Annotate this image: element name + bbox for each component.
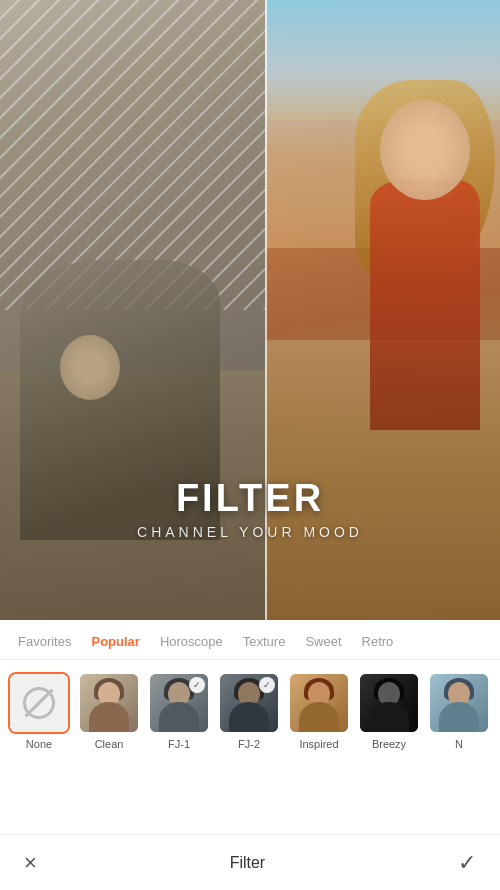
filter-item-none[interactable]: None xyxy=(8,672,70,750)
tab-horoscope[interactable]: Horoscope xyxy=(150,630,233,653)
filter-label-none: None xyxy=(26,738,52,750)
filter-label-next: N xyxy=(455,738,463,750)
filter-item-clean[interactable]: Clean xyxy=(78,672,140,750)
filter-label-clean: Clean xyxy=(95,738,124,750)
filter-item-fj1[interactable]: ✓ FJ-1 xyxy=(148,672,210,750)
check-badge-fj2: ✓ xyxy=(259,677,275,693)
filter-thumb-fj1[interactable]: ✓ xyxy=(148,672,210,734)
filter-row: None Clean ✓ xyxy=(0,660,500,834)
cancel-button[interactable]: × xyxy=(24,850,37,876)
filter-label-fj2: FJ-2 xyxy=(238,738,260,750)
filter-item-breezy[interactable]: Breezy xyxy=(358,672,420,750)
filter-item-inspired[interactable]: Inspired xyxy=(288,672,350,750)
filter-text-overlay: FILTER CHANNEL YOUR MOOD xyxy=(0,478,500,540)
filter-item-next[interactable]: N xyxy=(428,672,490,750)
filter-thumb-next[interactable] xyxy=(428,672,490,734)
photo-comparison: FILTER CHANNEL YOUR MOOD xyxy=(0,0,500,620)
filter-label-fj1: FJ-1 xyxy=(168,738,190,750)
tab-sweet[interactable]: Sweet xyxy=(295,630,351,653)
category-tabs: Favorites Popular Horoscope Texture Swee… xyxy=(0,620,500,660)
tab-favorites[interactable]: Favorites xyxy=(8,630,81,653)
filter-subtitle: CHANNEL YOUR MOOD xyxy=(0,524,500,540)
tab-retro[interactable]: Retro xyxy=(352,630,404,653)
filter-thumb-clean[interactable] xyxy=(78,672,140,734)
no-filter-icon xyxy=(23,687,55,719)
action-bar-title: Filter xyxy=(230,854,266,872)
tab-texture[interactable]: Texture xyxy=(233,630,296,653)
filter-title: FILTER xyxy=(0,478,500,520)
filter-thumb-none[interactable] xyxy=(8,672,70,734)
filter-label-breezy: Breezy xyxy=(372,738,406,750)
filter-item-fj2[interactable]: ✓ FJ-2 xyxy=(218,672,280,750)
bottom-panel: Favorites Popular Horoscope Texture Swee… xyxy=(0,620,500,890)
filter-label-inspired: Inspired xyxy=(299,738,338,750)
filter-thumb-fj2[interactable]: ✓ xyxy=(218,672,280,734)
filter-thumb-breezy[interactable] xyxy=(358,672,420,734)
action-bar: × Filter ✓ xyxy=(0,834,500,890)
filter-thumb-inspired[interactable] xyxy=(288,672,350,734)
check-badge-fj1: ✓ xyxy=(189,677,205,693)
tab-popular[interactable]: Popular xyxy=(81,630,149,653)
confirm-button[interactable]: ✓ xyxy=(458,850,476,876)
